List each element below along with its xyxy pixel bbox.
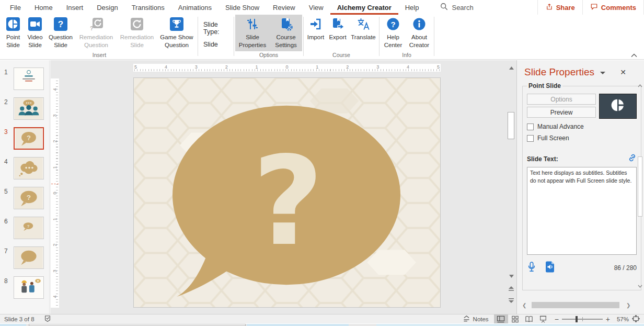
slide-properties-button[interactable]: Slide Properties	[235, 15, 270, 51]
fit-slide-to-window-icon[interactable]	[632, 315, 640, 323]
scroll-up-chevron-icon[interactable]	[637, 83, 643, 88]
panel-vertical-scrollbar[interactable]	[637, 83, 643, 289]
ribbon-button-label: Translate	[351, 33, 376, 41]
status-bar: Slide 3 of 8 Notes − + 57%	[0, 314, 644, 323]
thumbnail-slide-2[interactable]: 2	[0, 97, 49, 120]
question-slide-button[interactable]: ? Question Slide	[46, 15, 75, 51]
search-box[interactable]: Search	[440, 3, 473, 12]
slide-editing-area[interactable]: ?	[133, 77, 441, 308]
svg-text:?: ?	[90, 25, 94, 31]
zoom-level[interactable]: 57%	[613, 316, 629, 322]
ribbon-group-options: Slide Properties Course Settings Options	[235, 15, 302, 59]
panel-menu-caret-icon[interactable]	[600, 72, 605, 74]
menu-design[interactable]: Design	[90, 0, 124, 15]
slide-position-indicator: Slide 3 of 8	[4, 316, 34, 322]
thumbnail-slide-6[interactable]: 6 ?	[0, 217, 49, 239]
zoom-slider[interactable]	[562, 319, 603, 320]
thumbnail-number: 4	[0, 157, 12, 165]
menu-review[interactable]: Review	[266, 0, 302, 15]
slide-sorter-view-button[interactable]	[508, 314, 522, 323]
sliders-icon	[246, 17, 259, 31]
help-center-button[interactable]: ? Help Center	[381, 15, 406, 51]
comment-icon	[590, 3, 598, 12]
share-button[interactable]: Share	[537, 0, 582, 15]
panel-title: Slide Properties	[524, 66, 594, 77]
thumbnail-image: ?	[14, 217, 44, 239]
slide-type-label: Slide Type:	[203, 21, 228, 36]
translate-button[interactable]: Translate	[349, 15, 378, 51]
vertical-ruler: 432101234	[51, 78, 59, 308]
menu-view[interactable]: View	[302, 0, 330, 15]
menu-file[interactable]: File	[3, 0, 28, 15]
point-slide-button[interactable]: Point Slide	[2, 15, 24, 51]
slide-style-preview[interactable]	[599, 94, 637, 119]
preview-button[interactable]: Preview	[527, 107, 596, 118]
menu-home[interactable]: Home	[28, 0, 60, 15]
accessibility-check-icon[interactable]	[44, 315, 51, 323]
next-slide-button[interactable]	[507, 296, 516, 305]
microphone-icon[interactable]	[527, 261, 536, 275]
manual-advance-checkbox[interactable]	[527, 123, 534, 130]
panel-close-icon[interactable]: ✕	[620, 68, 626, 76]
notes-label: Notes	[473, 316, 489, 322]
thumbnail-slide-5[interactable]: 5 ?	[0, 187, 49, 209]
slide-show-view-button[interactable]	[536, 314, 550, 323]
full-screen-checkbox[interactable]	[527, 135, 534, 142]
scroll-left-chevron-icon[interactable]: ❮	[522, 302, 527, 308]
thumbnail-slide-3-selected[interactable]: 3 ?	[0, 127, 49, 150]
course-settings-button[interactable]: Course Settings	[270, 15, 302, 51]
ruler-number: 2	[225, 64, 228, 70]
ruler-number: 4	[52, 295, 58, 298]
horizontal-ruler-numbers: 54321012345	[134, 64, 440, 70]
scroll-right-chevron-icon[interactable]: ❯	[626, 302, 631, 308]
reading-view-button[interactable]	[522, 314, 536, 323]
ribbon-divider	[234, 17, 234, 56]
notes-toggle-button[interactable]: Notes	[457, 314, 494, 323]
export-icon	[331, 17, 344, 31]
scroll-down-chevron-icon[interactable]	[637, 284, 643, 289]
thumbnail-slide-4[interactable]: 4	[0, 157, 49, 179]
share-label: Share	[556, 4, 575, 12]
import-button[interactable]: Import	[305, 15, 327, 51]
ribbon-button-label: Remediation Slide	[117, 33, 157, 49]
remediation-question-button: ? Remediation Question	[75, 15, 117, 51]
menu-slide-show[interactable]: Slide Show	[218, 0, 266, 15]
game-show-question-button[interactable]: Game Show Question	[157, 15, 197, 51]
audio-file-icon[interactable]	[545, 261, 555, 275]
comments-button[interactable]: Comments	[582, 0, 644, 15]
scrollbar-thumb[interactable]	[532, 302, 619, 308]
slide-text-input[interactable]: Text here displays as subtitles. Subtitl…	[527, 167, 637, 255]
thumbnail-slide-1[interactable]: 1	[0, 68, 49, 90]
menu-help[interactable]: Help	[398, 0, 426, 15]
comments-label: Comments	[601, 4, 636, 12]
scrollbar-thumb[interactable]	[638, 156, 642, 217]
zoom-out-button[interactable]: −	[555, 315, 559, 323]
ribbon-button-label: Slide Properties	[235, 33, 270, 49]
ribbon-group-insert: Point Slide Video Slide ? Question Slide…	[2, 15, 197, 59]
thumbnail-number: 5	[0, 187, 12, 195]
previous-slide-button[interactable]	[507, 285, 516, 293]
import-icon	[309, 17, 323, 31]
menu-transitions[interactable]: Transitions	[125, 0, 171, 15]
panel-horizontal-scrollbar[interactable]: ❮ ❯	[522, 301, 631, 309]
video-slide-button[interactable]: Video Slide	[24, 15, 46, 51]
collapse-ribbon-chevron-icon[interactable]	[630, 51, 638, 58]
zoom-in-button[interactable]: +	[606, 315, 610, 323]
about-creator-button[interactable]: About Creator	[406, 15, 433, 51]
thumbnail-slide-8[interactable]: 8	[0, 276, 49, 299]
menu-insert[interactable]: Insert	[60, 0, 90, 15]
scroll-up-arrow-icon[interactable]	[507, 64, 516, 72]
normal-view-button[interactable]	[494, 314, 508, 323]
video-camera-icon	[28, 17, 42, 31]
canvas-scrollbar[interactable]	[507, 64, 516, 308]
menu-animations[interactable]: Animations	[171, 0, 218, 15]
scrollbar-thumb[interactable]	[508, 112, 514, 139]
link-icon[interactable]	[628, 153, 637, 164]
menu-alchemy-creator[interactable]: Alchemy Creator	[330, 0, 398, 15]
zoom-slider-handle[interactable]	[576, 316, 578, 322]
thumbnail-image: ?	[14, 127, 44, 150]
scroll-down-arrow-icon[interactable]	[507, 272, 516, 280]
point-slide-group: Point Slide Options Preview Manual Advan…	[522, 82, 641, 290]
thumbnail-slide-7[interactable]: 7	[0, 246, 49, 269]
export-button[interactable]: Export	[327, 15, 349, 51]
